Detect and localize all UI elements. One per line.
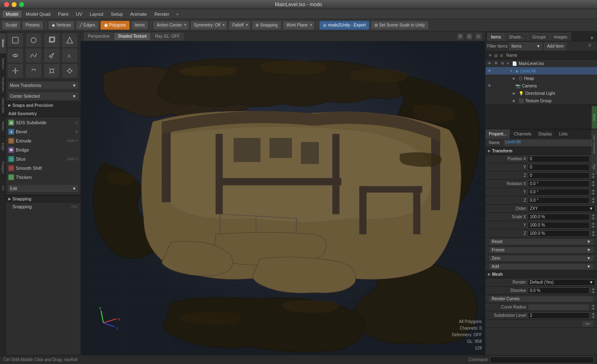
set-scene-scale-button[interactable]: ⊞ Set Scene Scale to Unity	[371, 21, 429, 30]
freeze-button[interactable]: Freeze ▼	[489, 247, 594, 253]
expand-heap[interactable]: ▶	[513, 77, 517, 80]
curve-radius-up[interactable]: ▲	[591, 304, 595, 307]
items-tab[interactable]: Items	[487, 33, 505, 41]
viewport-reset-btn[interactable]: ↺	[457, 33, 464, 40]
tree-row-heap[interactable]: ▶ ⬡ Heap	[485, 75, 597, 82]
maximize-button[interactable]	[19, 2, 24, 7]
rotation-y-value[interactable]: 0.0 °	[528, 189, 590, 195]
edges-button[interactable]: ╱ Edges	[76, 21, 99, 30]
images-tab[interactable]: Images	[550, 33, 571, 41]
scale-z-down[interactable]: ▼	[591, 234, 595, 237]
expand-mainlevel[interactable]: ▼	[506, 62, 510, 65]
viewport-settings-btn[interactable]: ≡	[475, 33, 482, 40]
pos-z-down[interactable]: ▼	[591, 176, 595, 179]
scale-z-up[interactable]: ▲	[591, 230, 595, 234]
sphere-tool-btn[interactable]	[25, 33, 42, 48]
render-curves-button[interactable]: Render Curves	[489, 296, 594, 302]
snapping-item[interactable]: Snapping F11	[6, 202, 80, 211]
extrude-item[interactable]: ⬡ Extrude Shift-X	[6, 136, 80, 145]
filter-select-dropdown[interactable]: Items ▼	[509, 43, 542, 50]
scale-x-down[interactable]: ▼	[591, 217, 595, 220]
perspective-tab[interactable]: Perspective	[84, 33, 113, 40]
menu-render[interactable]: Render	[151, 11, 172, 17]
eye-levelall[interactable]: 👁	[486, 68, 492, 74]
channels-tab[interactable]: Channels	[510, 129, 535, 138]
scale-x-value[interactable]: 100.0 %	[528, 214, 590, 220]
expand-levelall[interactable]: ▼	[510, 69, 514, 73]
position-y-value[interactable]: 0	[528, 164, 590, 171]
items-button[interactable]: Items	[131, 21, 148, 30]
action-center-dropdown[interactable]: Action Center ▼	[153, 21, 189, 30]
snapping-button[interactable]: ⊕ Snapping	[252, 21, 281, 30]
user-channels-vert-tab[interactable]: User Channels	[592, 130, 597, 159]
tree-row-directional-light[interactable]: ▶ 💡 Directional Light	[485, 89, 597, 97]
scene-3d-area[interactable]: X Y Z All Polygons Channels: 0 Deformers…	[81, 41, 485, 355]
scale-x-up[interactable]: ▲	[591, 214, 595, 217]
menu-model-quad[interactable]: Model Quad	[22, 11, 54, 17]
sculpt-button[interactable]: Sculpt	[2, 21, 21, 30]
presets-button[interactable]: Presets	[22, 21, 44, 30]
dissolve-value[interactable]: 0.0 %	[528, 287, 590, 294]
modo2unity-button[interactable]: ◎ modo2Unity - Export	[319, 21, 369, 30]
close-button[interactable]	[4, 2, 9, 7]
command-input[interactable]	[490, 357, 594, 363]
tree-row-camera[interactable]: 👁 📷 Camera	[485, 82, 597, 89]
curve-radius-value[interactable]	[528, 304, 590, 311]
tags-vert-tab[interactable]: Tags	[592, 159, 597, 174]
rot-z-up[interactable]: ▲	[591, 197, 595, 200]
eye2-mainlevel[interactable]: 👁	[493, 60, 499, 66]
raygl-tab[interactable]: Ray GL: OFF	[151, 33, 183, 40]
subdiv-down[interactable]: ▼	[591, 316, 595, 319]
groups-tab[interactable]: Groups	[529, 33, 550, 41]
menu-plus[interactable]: +	[173, 11, 181, 17]
tree-view-icon[interactable]: ▤	[493, 53, 499, 58]
cone-tool-btn[interactable]	[61, 33, 78, 48]
rot-y-down[interactable]: ▼	[591, 192, 595, 195]
tree-row-texture-group[interactable]: ▶ ⬛ Texture Group	[485, 97, 597, 104]
filter-search-icon[interactable]: F	[589, 43, 595, 50]
add-item-button[interactable]: Add Item	[544, 43, 566, 50]
slice-item[interactable]: ◇ Slice Shift-C	[6, 154, 80, 164]
menu-paint[interactable]: Paint	[55, 11, 72, 17]
propert-tab[interactable]: Properti...	[485, 129, 510, 138]
minimize-button[interactable]	[12, 2, 17, 7]
rot-x-down[interactable]: ▼	[591, 184, 595, 187]
scale-y-up[interactable]: ▲	[591, 222, 595, 225]
svt-polygon[interactable]: Polygon	[0, 157, 6, 178]
menu-uv[interactable]: UV	[73, 11, 85, 17]
smooth-shift-item[interactable]: ○ Smooth Shift	[6, 164, 80, 173]
svt-vertex[interactable]: Vertex	[0, 116, 6, 137]
rot-y-up[interactable]: ▲	[591, 189, 595, 192]
scale-y-down[interactable]: ▼	[591, 225, 595, 229]
order-dropdown[interactable]: ZXY ▼	[528, 205, 595, 212]
expand-texture[interactable]: ▶	[513, 99, 517, 103]
falloff-dropdown[interactable]: Falloff ▼	[228, 21, 250, 30]
menu-setup[interactable]: Setup	[107, 11, 126, 17]
rotate-tool-btn[interactable]	[25, 63, 42, 78]
lists-tab[interactable]: Lists	[556, 129, 571, 138]
edit-dropdown[interactable]: Edit ▼	[7, 184, 79, 193]
more-transforms-dropdown[interactable]: More Transforms ▼	[7, 81, 79, 89]
subdiv-up[interactable]: ▲	[591, 312, 595, 316]
curve-radius-down[interactable]: ▼	[591, 307, 595, 311]
shade-tab[interactable]: Shade...	[505, 33, 528, 41]
eye-mainlevel[interactable]: 👁	[486, 60, 492, 66]
expand-light[interactable]: ▶	[513, 92, 517, 95]
symmetry-dropdown[interactable]: Symmetry: Off ▼	[190, 21, 228, 30]
subdivision-level-value[interactable]: 2	[528, 312, 590, 319]
bevel-item[interactable]: ◈ Bevel B	[6, 127, 80, 136]
vertices-button[interactable]: ◆ Vertices	[48, 21, 75, 30]
main-viewport[interactable]: Perspective Shaded Texture Ray GL: OFF ↺…	[81, 31, 485, 355]
svt-mesh-edit[interactable]: Mesh Edit	[0, 95, 6, 116]
menu-layout[interactable]: Layout	[86, 11, 107, 17]
bridge-item[interactable]: ⬢ Bridge	[6, 145, 80, 154]
right-tab-add-btn[interactable]: +	[589, 34, 595, 41]
eye3-mainlevel[interactable]: ⚙	[500, 60, 505, 66]
tree-row-mainlevel[interactable]: 👁 👁 ⚙ ▼ 📄 MainLevel.lxo	[485, 60, 597, 67]
curve-tool-btn[interactable]	[25, 48, 42, 63]
text-tool-btn[interactable]: A	[61, 48, 78, 63]
dissolve-up[interactable]: ▲	[591, 287, 595, 291]
eye-camera[interactable]: 👁	[486, 83, 492, 89]
position-x-value[interactable]: 0	[528, 156, 590, 162]
tree-lock-icon[interactable]: 👁	[487, 53, 493, 58]
